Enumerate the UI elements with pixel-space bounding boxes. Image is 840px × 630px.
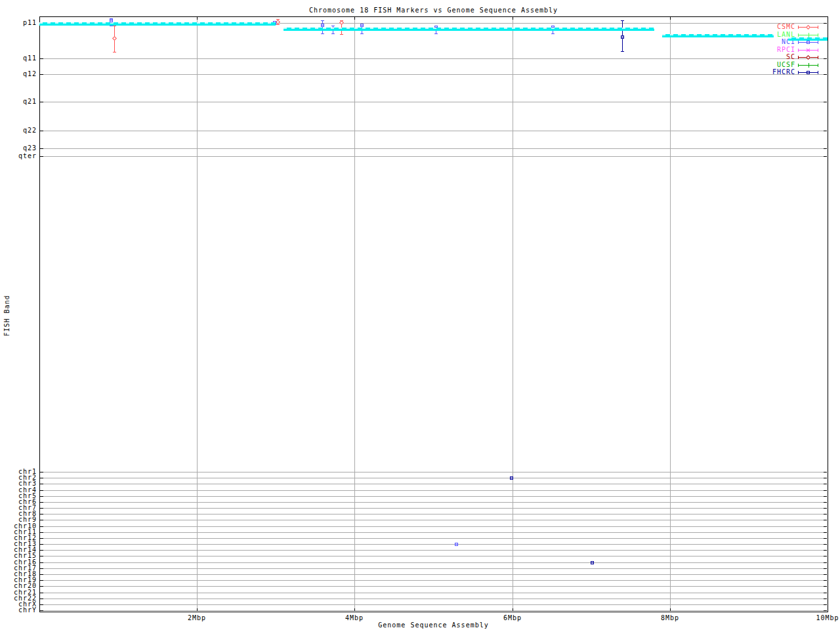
ytick-left-chr16 — [40, 562, 43, 563]
ytick-left-chr20 — [40, 586, 43, 587]
ytick-right-chr9 — [824, 520, 827, 520]
gridline-chr17 — [40, 568, 827, 569]
ytick-right-chr2 — [824, 478, 827, 478]
ytick-right-chr14 — [824, 550, 827, 551]
legend-sample-cap-r-LANL — [818, 33, 818, 37]
ytick-label-q11: q11 — [1, 55, 37, 62]
gridline-chrY — [40, 610, 827, 611]
xtick-bottom-2Mbp — [197, 608, 198, 611]
point-CSMC-cap-top — [113, 26, 116, 26]
point-NCI-square-dash — [361, 25, 363, 26]
ytick-left-chr11 — [40, 532, 43, 533]
ytick-right-chr4 — [824, 490, 827, 491]
ytick-left-chr9 — [40, 520, 43, 520]
point-CSMC-cap-bot — [276, 24, 280, 25]
ytick-left-chr14 — [40, 550, 43, 551]
ytick-right-q23 — [824, 148, 827, 149]
point-FHCRC-square-marker — [621, 35, 624, 39]
point-FHCRC-cap-top — [621, 20, 624, 21]
ytick-left-chr1 — [40, 472, 43, 472]
ytick-right-chr5 — [824, 496, 827, 497]
ytick-left-chr13 — [40, 544, 43, 545]
ytick-left-q11 — [40, 58, 43, 59]
xtick-bottom-10Mbp — [828, 608, 828, 611]
band-line-segment-3 — [662, 34, 774, 37]
x-axis-title: Genome Sequence Assembly — [39, 622, 828, 629]
ytick-left-chr7 — [40, 508, 43, 509]
ytick-right-chrX — [824, 604, 827, 605]
xtick-bottom-8Mbp — [670, 608, 671, 611]
ytick-left-chr19 — [40, 580, 43, 581]
ytick-right-q11 — [824, 58, 827, 59]
gridline-chr14 — [40, 550, 827, 551]
ytick-left-chr10 — [40, 526, 43, 527]
xtick-top-8Mbp — [670, 17, 671, 20]
gridline-chr22 — [40, 598, 827, 599]
gridline-chr21 — [40, 593, 827, 593]
point-CSMC-cap-bot — [340, 34, 343, 35]
xtick-top-6Mbp — [513, 17, 513, 20]
chart-title: Chromosome 18 FISH Markers vs Genome Seq… — [39, 7, 828, 14]
point-FHCRC-square-dash — [591, 562, 593, 563]
gridline-chr13 — [40, 544, 827, 545]
ytick-left-chr18 — [40, 574, 43, 575]
legend-FHCRC-square-marker — [807, 71, 810, 74]
ytick-right-chr8 — [824, 514, 827, 514]
point-NCI-cap-bot — [434, 33, 438, 34]
ytick-right-chr19 — [824, 580, 827, 581]
gridline-chr8 — [40, 514, 827, 514]
xtick-top-4Mbp — [354, 17, 355, 20]
plot-area: Chromosome 18 FISH Markers vs Genome Seq… — [0, 0, 840, 630]
ytick-right-q22 — [824, 131, 827, 131]
ytick-left-q22 — [40, 131, 43, 131]
gridline-chrX — [40, 604, 827, 605]
band-line-segment-1 — [39, 22, 276, 26]
ytick-left-chr2 — [40, 478, 43, 478]
ytick-right-chr22 — [824, 598, 827, 599]
gridline-chr5 — [40, 496, 827, 497]
point-FHCRC-square-dash — [511, 478, 513, 478]
gridline-chr11 — [40, 532, 827, 533]
ytick-right-q12 — [824, 74, 827, 75]
point-NCI-square-marker — [321, 24, 324, 27]
ytick-right-chr1 — [824, 472, 827, 472]
legend-label-SC: SC — [736, 54, 795, 60]
ytick-right-chr6 — [824, 502, 827, 503]
gridline-chr7 — [40, 508, 827, 509]
point-FHCRC-cap-bot — [621, 51, 624, 52]
ytick-right-chr10 — [824, 526, 827, 527]
gridline-chr16 — [40, 562, 827, 563]
ytick-right-chr16 — [824, 562, 827, 563]
gridline-qter — [40, 156, 827, 157]
ytick-left-chr22 — [40, 598, 43, 599]
legend-sample-cap-r-RPCI — [818, 49, 818, 52]
ytick-left-chr17 — [40, 568, 43, 569]
xtick-top-2Mbp — [197, 17, 198, 20]
legend-label-FHCRC: FHCRC — [736, 69, 795, 75]
ytick-right-chrY — [824, 610, 827, 611]
gridline-chr4 — [40, 490, 827, 491]
ytick-right-chr13 — [824, 544, 827, 545]
point-NCI-square-dash — [322, 25, 324, 26]
legend-sample-cap-l-SC — [798, 56, 799, 59]
ytick-left-chr8 — [40, 514, 43, 514]
point-NCI-square-dash — [455, 544, 457, 545]
point-NCI-cap-bot — [321, 33, 324, 34]
ytick-label-q22: q22 — [1, 127, 37, 134]
legend-FHCRC-square-dash — [807, 72, 809, 73]
ytick-left-chr3 — [40, 484, 43, 484]
ytick-right-chr11 — [824, 532, 827, 533]
legend-sample-cap-r-SC — [818, 56, 818, 59]
xtick-label-10Mbp: 10Mbp — [808, 615, 840, 621]
band-line-segment-2 — [284, 28, 654, 31]
ytick-right-chr3 — [824, 484, 827, 484]
point-NCI-square-dash — [110, 20, 112, 21]
vgridline-8Mbp — [670, 17, 671, 611]
ytick-right-chr12 — [824, 538, 827, 539]
legend-sample-cap-r-UCSF — [818, 64, 818, 67]
ytick-left-chr6 — [40, 502, 43, 503]
ytick-left-chrY — [40, 610, 43, 611]
point-FHCRC-square-marker — [591, 561, 594, 564]
gridline-chr9 — [40, 520, 827, 520]
legend-label-RPCI: RPCI — [736, 47, 795, 53]
